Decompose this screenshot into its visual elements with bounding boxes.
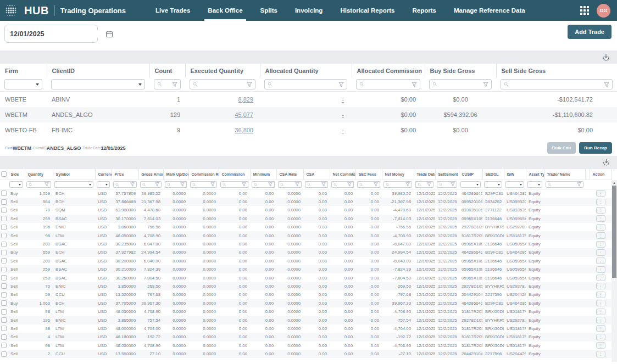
detail-col-asset-type[interactable]: Asset Type (526, 169, 544, 180)
summary-col-buy-side-gross[interactable]: Buy Side Gross (425, 64, 496, 78)
summary-col-sell-side-gross[interactable]: Sell Side Gross (496, 64, 617, 78)
detail-col-side[interactable]: Side (8, 169, 25, 180)
detail-col-minimum[interactable]: Minimum (250, 169, 276, 180)
detail-filter-symbol[interactable] (54, 181, 93, 188)
detail-col-cusip[interactable]: CUSIP (459, 169, 482, 180)
detail-filter-cusip[interactable] (460, 181, 481, 188)
summary-filter-count[interactable] (154, 79, 181, 89)
detail-filter-side[interactable] (9, 181, 23, 188)
filter-funnel-icon[interactable] (577, 182, 581, 187)
row-action-button[interactable]: ⋮ (596, 342, 605, 349)
filter-funnel-icon[interactable] (247, 82, 252, 87)
summary-col-allocated-quantity[interactable]: Allocated Quantity (260, 64, 352, 78)
detail-col-quantity[interactable]: Quantity (25, 169, 53, 180)
row-checkbox[interactable] (1, 191, 7, 196)
apps-grid-icon[interactable] (580, 6, 589, 15)
detail-filter-trade-date[interactable] (415, 181, 433, 188)
filter-funnel-icon[interactable] (412, 82, 417, 87)
nav-item-reports[interactable]: Reports (403, 0, 444, 21)
detail-filter-quantity[interactable] (26, 181, 51, 188)
summary-col-count[interactable]: Count (149, 64, 185, 78)
row-checkbox[interactable] (1, 258, 7, 264)
row-checkbox[interactable] (1, 208, 7, 213)
filter-funnel-icon[interactable] (130, 182, 135, 187)
filter-funnel-icon[interactable] (405, 182, 410, 187)
row-checkbox[interactable] (1, 242, 7, 247)
row-action-button[interactable]: ⋮ (596, 190, 605, 197)
filter-funnel-icon[interactable] (483, 82, 488, 87)
filter-funnel-icon[interactable] (374, 182, 378, 187)
detail-filter-currency[interactable] (97, 181, 110, 188)
detail-filter-minimum[interactable] (252, 181, 275, 188)
export-download-icon[interactable] (603, 159, 610, 166)
detail-col-currency[interactable]: Currency (95, 169, 112, 180)
row-checkbox[interactable] (1, 326, 7, 331)
detail-col-net-money[interactable]: Net Money (382, 169, 414, 180)
summary-filter-sell-side-gross[interactable] (501, 79, 613, 89)
quantity-link[interactable]: - (342, 127, 344, 133)
filter-funnel-icon[interactable] (268, 182, 273, 187)
summary-row[interactable]: WBETO-FBFB-IMC936,800-$0.00$0.00$0.00 (0, 122, 617, 138)
row-action-button[interactable]: ⋮ (596, 266, 605, 273)
row-checkbox[interactable] (1, 309, 7, 315)
row-checkbox[interactable] (1, 283, 7, 289)
detail-col-csa-rate[interactable]: CSA Rate (276, 169, 303, 180)
filter-funnel-icon[interactable] (295, 182, 299, 187)
detail-filter-net-money[interactable] (383, 181, 412, 188)
quantity-link[interactable]: 8,829 (238, 96, 253, 103)
row-action-button[interactable]: ⋮ (596, 232, 605, 239)
filter-funnel-icon[interactable] (210, 182, 215, 187)
nav-item-splits[interactable]: Splits (252, 0, 286, 21)
summary-row[interactable]: WBETEABINV18,829-$0.00$0.00-$102,541.72 (0, 92, 617, 107)
row-checkbox[interactable] (1, 233, 7, 238)
filter-funnel-icon[interactable] (427, 182, 431, 187)
row-checkbox[interactable] (1, 343, 7, 348)
row-checkbox[interactable] (1, 351, 7, 357)
quantity-link[interactable]: 36,800 (235, 127, 253, 133)
detail-filter-mark-up-down[interactable] (165, 181, 187, 188)
detail-filter-sec-fees[interactable] (357, 181, 380, 188)
nav-item-invoicing[interactable]: Invoicing (286, 0, 331, 21)
row-action-button[interactable]: ⋮ (596, 207, 605, 214)
detail-filter-commission-rate[interactable] (190, 181, 217, 188)
select-all-checkbox[interactable] (1, 171, 7, 177)
quantity-link[interactable]: 45,077 (235, 111, 253, 118)
detail-filter-trader-name[interactable] (546, 181, 583, 188)
detail-col-commission-rate[interactable]: Commission Rate (188, 169, 219, 180)
summary-col-allocated-commission[interactable]: Allocated Commission (352, 64, 425, 78)
summary-filter-clientid[interactable] (51, 79, 145, 89)
detail-col-sec-fees[interactable]: SEC Fees (355, 169, 382, 180)
filter-funnel-icon[interactable] (180, 182, 185, 187)
detail-filter-settlement-date[interactable] (437, 181, 457, 188)
row-checkbox[interactable] (1, 317, 7, 323)
detail-col-mark-up-down[interactable]: Mark Up/Down (163, 169, 188, 180)
summary-row[interactable]: WBETMANDES_ALGO12945,077-$0.00$594,392.0… (0, 107, 617, 122)
filter-funnel-icon[interactable] (451, 182, 455, 187)
calendar-icon[interactable] (105, 30, 113, 38)
nav-item-manage-reference-data[interactable]: Manage Reference Data (445, 0, 534, 21)
row-action-button[interactable]: ⋮ (596, 292, 605, 298)
detail-col-commission[interactable]: Commission (219, 169, 250, 180)
filter-funnel-icon[interactable] (604, 82, 609, 87)
detail-filter-gross-amount[interactable] (140, 181, 162, 188)
quantity-link[interactable]: - (342, 96, 344, 103)
filter-funnel-icon[interactable] (172, 82, 177, 87)
row-checkbox[interactable] (1, 334, 7, 340)
trade-date-picker[interactable] (4, 25, 98, 43)
detail-col-symbol[interactable]: Symbol (53, 169, 95, 180)
detail-filter-csa-rate[interactable] (278, 181, 302, 188)
row-action-button[interactable]: ⋮ (596, 241, 605, 248)
nav-item-historical-reports[interactable]: Historical Reports (331, 0, 403, 21)
detail-col-sedol[interactable]: SEDOL (482, 169, 504, 180)
row-action-button[interactable]: ⋮ (596, 199, 605, 205)
row-action-button[interactable]: ⋮ (596, 351, 605, 357)
trade-date-input[interactable] (10, 30, 105, 38)
detail-col-trade-date[interactable]: Trade Date (414, 169, 435, 180)
row-action-button[interactable]: ⋮ (596, 257, 605, 264)
summary-filter-executed-quantity[interactable] (190, 79, 255, 89)
summary-col-clientid[interactable]: ClientID (47, 64, 149, 78)
row-checkbox[interactable] (1, 267, 7, 272)
add-trade-button[interactable]: Add Trade (568, 25, 612, 39)
avatar[interactable]: GG (597, 4, 610, 18)
nav-item-live-trades[interactable]: Live Trades (147, 0, 199, 21)
